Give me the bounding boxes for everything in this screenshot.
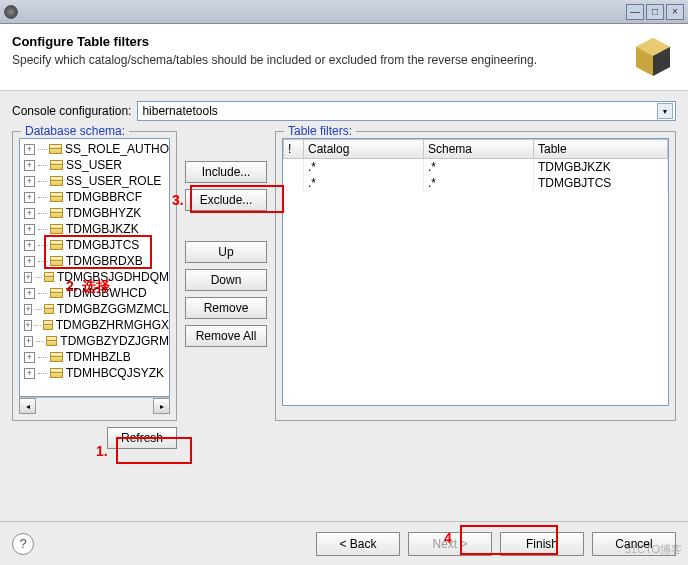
schema-tree[interactable]: +SS_ROLE_AUTHO+SS_USER+SS_USER_ROLE+TDMG…	[19, 138, 170, 397]
tree-item-label: TDMGBRDXB	[66, 254, 143, 268]
col-bang[interactable]: !	[284, 140, 304, 159]
filters-grid[interactable]: ! Catalog Schema Table .*.*TDMGBJKZK.*.*…	[282, 138, 669, 406]
down-button[interactable]: Down	[185, 269, 267, 291]
expand-icon[interactable]: +	[24, 224, 35, 235]
tree-item[interactable]: +TDMGBZYDZJGRM	[20, 333, 169, 349]
next-button: Next >	[408, 532, 492, 556]
expand-icon[interactable]: +	[24, 336, 33, 347]
table-icon	[50, 288, 63, 298]
tree-item-label: TDMGBSJGDHDQM	[57, 270, 169, 284]
cell-catalog: .*	[304, 175, 424, 191]
table-icon	[50, 208, 63, 218]
tree-item-label: TDMHBCQJSYZK	[66, 366, 164, 380]
app-icon	[4, 5, 18, 19]
tree-item[interactable]: +TDMGBJTCS	[20, 237, 169, 253]
table-icon	[50, 368, 63, 378]
console-config-row: Console configuration: hibernatetools ▾	[12, 101, 676, 121]
tree-item-label: TDMGBWHCD	[66, 286, 147, 300]
help-icon[interactable]: ?	[12, 533, 34, 555]
expand-icon[interactable]: +	[24, 320, 32, 331]
expand-icon[interactable]: +	[24, 256, 35, 267]
cell-table: TDMGBJTCS	[534, 175, 668, 191]
console-config-label: Console configuration:	[12, 104, 131, 118]
remove-button[interactable]: Remove	[185, 297, 267, 319]
cancel-button[interactable]: Cancel	[592, 532, 676, 556]
tree-item-label: TDMGBHYZK	[66, 206, 141, 220]
expand-icon[interactable]: +	[24, 144, 35, 155]
chevron-down-icon[interactable]: ▾	[657, 103, 673, 119]
expand-icon[interactable]: +	[24, 240, 35, 251]
scroll-track[interactable]	[36, 398, 153, 414]
database-schema-legend: Database schema:	[21, 124, 129, 138]
cell-catalog: .*	[304, 159, 424, 176]
cell-schema: .*	[424, 175, 534, 191]
console-config-combo[interactable]: hibernatetools ▾	[137, 101, 676, 121]
tree-item[interactable]: +TDMHBZLB	[20, 349, 169, 365]
tree-item[interactable]: +TDMGBSJGDHDQM	[20, 269, 169, 285]
horizontal-scrollbar[interactable]: ◂ ▸	[19, 397, 170, 414]
table-icon	[50, 176, 63, 186]
tree-item[interactable]: +TDMGBZHRMGHGX	[20, 317, 169, 333]
exclude-button[interactable]: Exclude...	[185, 189, 267, 211]
tree-item-label: SS_USER	[66, 158, 122, 172]
tree-item-label: TDMHBZLB	[66, 350, 131, 364]
table-icon	[46, 336, 57, 346]
expand-icon[interactable]: +	[24, 368, 35, 379]
expand-icon[interactable]: +	[24, 272, 32, 283]
expand-icon[interactable]: +	[24, 160, 35, 171]
table-icon	[49, 144, 62, 154]
col-catalog[interactable]: Catalog	[304, 140, 424, 159]
expand-icon[interactable]: +	[24, 208, 35, 219]
col-schema[interactable]: Schema	[424, 140, 534, 159]
filter-row[interactable]: .*.*TDMGBJTCS	[284, 175, 668, 191]
dialog-subtitle: Specify which catalog/schema/tables shou…	[12, 53, 622, 67]
transfer-buttons: Include... Exclude... Up Down Remove Rem…	[177, 131, 275, 449]
expand-icon[interactable]: +	[24, 352, 35, 363]
scroll-left-button[interactable]: ◂	[19, 398, 36, 414]
expand-icon[interactable]: +	[24, 288, 35, 299]
tree-item[interactable]: +SS_USER_ROLE	[20, 173, 169, 189]
table-filters-fieldset: Table filters: ! Catalog Schema Table	[275, 131, 676, 421]
col-table[interactable]: Table	[534, 140, 668, 159]
table-icon	[50, 192, 63, 202]
up-button[interactable]: Up	[185, 241, 267, 263]
tree-item[interactable]: +TDMGBRDXB	[20, 253, 169, 269]
tree-item[interactable]: +TDMHBCQJSYZK	[20, 365, 169, 381]
tree-item[interactable]: +TDMGBZGGMZMCL	[20, 301, 169, 317]
minimize-button[interactable]: —	[626, 4, 644, 20]
finish-button[interactable]: Finish	[500, 532, 584, 556]
expand-icon[interactable]: +	[24, 304, 32, 315]
database-schema-fieldset: Database schema: +SS_ROLE_AUTHO+SS_USER+…	[12, 131, 177, 421]
table-icon	[43, 320, 52, 330]
tree-item-label: TDMGBJKZK	[66, 222, 139, 236]
tree-item-label: TDMGBZGGMZMCL	[57, 302, 169, 316]
refresh-button[interactable]: Refresh	[107, 427, 177, 449]
cell-schema: .*	[424, 159, 534, 176]
tree-item[interactable]: +SS_ROLE_AUTHO	[20, 141, 169, 157]
tree-item[interactable]: +TDMGBWHCD	[20, 285, 169, 301]
hibernate-icon	[630, 34, 676, 80]
scroll-right-button[interactable]: ▸	[153, 398, 170, 414]
window-titlebar: — □ ×	[0, 0, 688, 24]
expand-icon[interactable]: +	[24, 192, 35, 203]
table-icon	[50, 256, 63, 266]
filter-row[interactable]: .*.*TDMGBJKZK	[284, 159, 668, 176]
tree-item[interactable]: +TDMGBHYZK	[20, 205, 169, 221]
dialog-header: Configure Table filters Specify which ca…	[0, 24, 688, 91]
remove-all-button[interactable]: Remove All	[185, 325, 267, 347]
tree-item[interactable]: +SS_USER	[20, 157, 169, 173]
table-icon	[50, 224, 63, 234]
tree-item-label: TDMGBJTCS	[66, 238, 139, 252]
tree-item-label: TDMGBZYDZJGRM	[60, 334, 169, 348]
dialog-title: Configure Table filters	[12, 34, 622, 49]
expand-icon[interactable]: +	[24, 176, 35, 187]
tree-item[interactable]: +TDMGBBRCF	[20, 189, 169, 205]
include-button[interactable]: Include...	[185, 161, 267, 183]
tree-item[interactable]: +TDMGBJKZK	[20, 221, 169, 237]
maximize-button[interactable]: □	[646, 4, 664, 20]
wizard-buttons: ? < Back Next > Finish Cancel	[0, 521, 688, 565]
cell-bang	[284, 175, 304, 191]
back-button[interactable]: < Back	[316, 532, 400, 556]
close-button[interactable]: ×	[666, 4, 684, 20]
table-icon	[50, 240, 63, 250]
